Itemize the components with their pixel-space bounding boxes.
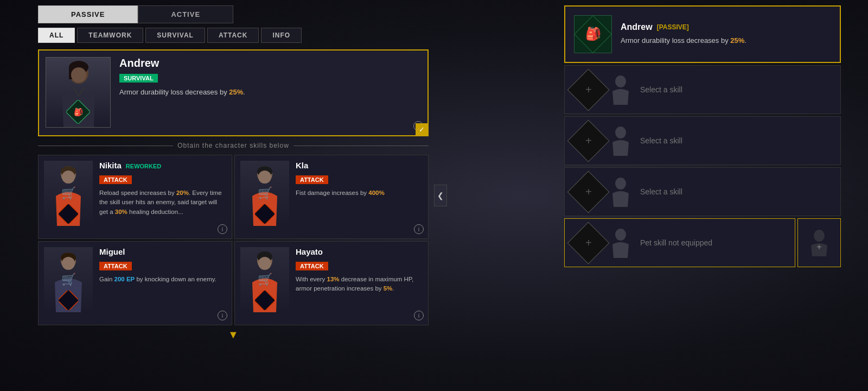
skill-info-miguel: Miguel ATTACK Gain 200 EP by knocking do…	[99, 247, 226, 284]
svg-point-31	[615, 127, 626, 138]
detail-highlight: 25%	[730, 36, 744, 45]
obtain-text: Obtain the character skills below	[38, 142, 429, 149]
miguel-diamond	[59, 291, 78, 310]
category-tabs: ALL TEAMWORK SURVIVAL ATTACK INFO	[38, 28, 429, 43]
kla-tag: ATTACK	[296, 175, 328, 184]
cat-tab-all[interactable]: ALL	[38, 28, 75, 43]
tab-passive[interactable]: PASSIVE	[38, 5, 138, 23]
pet-label: Pet skill not equipped	[640, 238, 712, 247]
featured-info: Andrew SURVIVAL Armor durability loss de…	[119, 57, 421, 98]
featured-card[interactable]: 🎒 Andrew SURVIVAL Armor durability loss …	[38, 49, 429, 136]
svg-rect-16	[255, 204, 275, 224]
miguel-desc: Gain 200 EP by knocking down an enemy.	[99, 275, 226, 284]
svg-point-34	[814, 230, 825, 242]
slot-label-2: Select a skill	[640, 136, 682, 145]
detail-passive-label: [PASSIVE]	[657, 23, 689, 31]
nikita-desc: Reload speed increases by 20%. Every tim…	[99, 188, 226, 217]
miguel-info-badge[interactable]: i	[218, 311, 227, 320]
svg-point-10	[62, 171, 75, 184]
kla-diamond	[255, 204, 275, 224]
cat-tab-teamwork[interactable]: TEAMWORK	[77, 28, 143, 43]
skill-name-miguel: Miguel	[99, 247, 125, 256]
skill-card-hayato[interactable]: 🛒 Hayato ATTACK With every 13% decrease …	[234, 241, 429, 325]
detail-icon: 🎒	[574, 15, 612, 53]
nikita-tag: ATTACK	[99, 175, 132, 184]
slot-label-1: Select a skill	[640, 85, 682, 94]
svg-point-30	[615, 75, 626, 87]
svg-text:🎒: 🎒	[585, 26, 602, 41]
featured-name: Andrew	[119, 57, 421, 70]
pet-icon: +	[567, 222, 610, 264]
left-panel: PASSIVE ACTIVE ALL TEAMWORK SURVIVAL ATT…	[38, 5, 429, 386]
skill-info-kla: Kla ATTACK Fist damage increases by 400%	[296, 161, 423, 198]
svg-rect-11	[59, 204, 78, 224]
pet-section: + Pet skill not equipped +	[564, 218, 841, 267]
svg-rect-26	[255, 291, 275, 310]
skill-avatar-miguel: 🛒	[44, 247, 93, 312]
skill-card-miguel[interactable]: 🛒 Miguel ATTACK Gain 200 EP by knocking …	[38, 241, 232, 325]
nikita-diamond	[59, 204, 78, 224]
skill-name-kla: Kla	[296, 161, 308, 170]
slot-label-3: Select a skill	[640, 187, 682, 196]
mode-tabs: PASSIVE ACTIVE	[38, 5, 429, 23]
svg-point-15	[258, 171, 271, 184]
cart-icon-miguel: 🛒	[61, 273, 76, 287]
slot-card-3[interactable]: + Select a skill	[564, 167, 841, 216]
detail-desc: Armor durability loss decreases by 25%.	[621, 35, 831, 47]
detail-info: Andrew [PASSIVE] Armor durability loss d…	[621, 22, 831, 47]
hayato-info-badge[interactable]: i	[414, 311, 424, 320]
svg-text:🎒: 🎒	[74, 108, 84, 117]
featured-desc: Armor durability loss decreases by 25%.	[119, 87, 421, 98]
svg-point-25	[258, 257, 271, 270]
featured-diamond-icon: 🎒	[66, 100, 90, 124]
svg-text:+: +	[816, 242, 821, 251]
pet-main-slot[interactable]: + Pet skill not equipped	[564, 218, 795, 267]
skill-info-hayato: Hayato ATTACK With every 13% decrease in…	[296, 247, 423, 294]
featured-avatar: 🎒	[46, 57, 111, 128]
skill-card-nikita[interactable]: 🛒 Nikita REWORKED ATTACK Reload speed in…	[38, 155, 232, 239]
tab-active[interactable]: ACTIVE	[138, 5, 233, 23]
skill-name-nikita: Nikita	[99, 161, 122, 170]
right-panel: 🎒 Andrew [PASSIVE] Armor durability loss…	[564, 5, 841, 267]
cart-icon-nikita: 🛒	[61, 186, 76, 200]
pet-extra-slot[interactable]: +	[797, 218, 841, 267]
svg-point-33	[615, 229, 626, 241]
svg-point-32	[615, 178, 626, 190]
kla-desc: Fist damage increases by 400%	[296, 188, 423, 198]
miguel-tag: ATTACK	[99, 262, 132, 270]
hayato-desc: With every 13% decrease in maximum HP, a…	[296, 275, 423, 294]
svg-point-20	[62, 257, 75, 270]
skill-grid: 🛒 Nikita REWORKED ATTACK Reload speed in…	[38, 155, 429, 325]
detail-character-name: Andrew	[621, 22, 653, 32]
featured-desc-text: Armor durability loss decreases by	[119, 88, 227, 96]
reworked-badge: REWORKED	[126, 163, 161, 169]
cart-icon-kla: 🛒	[258, 186, 272, 200]
hayato-tag: ATTACK	[296, 262, 328, 270]
svg-rect-21	[59, 291, 78, 310]
detail-card[interactable]: 🎒 Andrew [PASSIVE] Armor durability loss…	[564, 5, 841, 63]
slot-card-1[interactable]: + Select a skill	[564, 65, 841, 114]
hayato-diamond	[255, 291, 275, 310]
slot-icon-2: +	[567, 119, 610, 162]
cat-tab-attack[interactable]: ATTACK	[207, 28, 259, 43]
check-badge: ✓	[416, 123, 427, 135]
skill-name-hayato: Hayato	[296, 247, 323, 256]
skill-avatar-nikita: 🛒	[44, 161, 93, 226]
nikita-info-badge[interactable]: i	[218, 224, 227, 234]
slot-card-2[interactable]: + Select a skill	[564, 116, 841, 165]
skill-card-kla[interactable]: 🛒 Kla ATTACK Fist damage increases by 40…	[234, 155, 429, 239]
featured-highlight: 25%	[229, 88, 243, 96]
slot-icon-3: +	[567, 171, 610, 213]
skill-avatar-hayato: 🛒	[240, 247, 289, 312]
skill-avatar-kla: 🛒	[240, 161, 289, 226]
kla-info-badge[interactable]: i	[414, 224, 424, 234]
featured-tag: SURVIVAL	[119, 74, 158, 83]
svg-point-4	[71, 67, 86, 83]
collapse-button[interactable]: ❮	[434, 185, 447, 206]
skill-info-nikita: Nikita REWORKED ATTACK Reload speed incr…	[99, 161, 226, 217]
cat-tab-info[interactable]: INFO	[261, 28, 302, 43]
cat-tab-survival[interactable]: SURVIVAL	[145, 28, 205, 43]
cart-icon-hayato: 🛒	[258, 273, 272, 287]
slot-icon-1: +	[567, 68, 610, 111]
scroll-down-arrow[interactable]: ▼	[38, 329, 429, 341]
